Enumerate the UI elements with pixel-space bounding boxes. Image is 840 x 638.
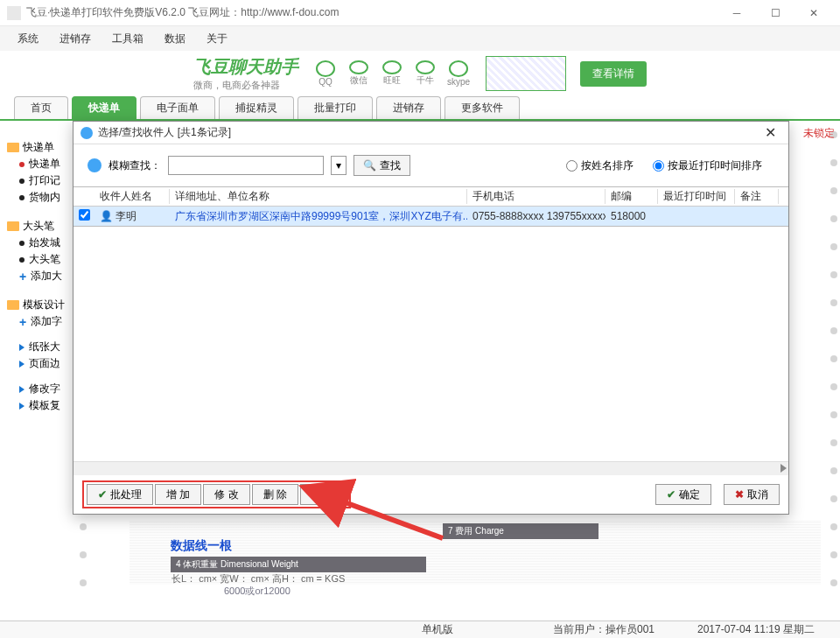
body: 快递单 快递单 打印记 货物内 大头笔 始发城 大头笔 +添加大 模板设计 +添… — [0, 121, 840, 604]
search-button[interactable]: 🔍查找 — [354, 155, 410, 176]
paper-holes-right — [828, 121, 840, 604]
tab-batch[interactable]: 批量打印 — [298, 96, 373, 119]
col-zip[interactable]: 邮编 — [606, 189, 658, 204]
sidebar: 快递单 快递单 打印记 货物内 大头笔 始发城 大头笔 +添加大 模板设计 +添… — [0, 121, 79, 604]
menu-system[interactable]: 系统 — [7, 28, 49, 50]
dialog-search-row: 模糊查找： ▾ 🔍查找 按姓名排序 按最近打印时间排序 — [74, 144, 788, 186]
x-icon: ✖ — [735, 488, 744, 501]
person-icon — [88, 158, 102, 172]
lock-status[interactable]: 未锁定 — [803, 126, 835, 141]
promo-image — [486, 56, 566, 91]
sidebar-item[interactable]: 模板复 — [19, 398, 77, 413]
cell-person-icon: 👤 — [100, 210, 113, 222]
form-dim-header: 4 体积重量 Dimensional Weight — [171, 557, 426, 572]
row-checkbox[interactable] — [79, 209, 90, 221]
check-icon: ✔ — [98, 488, 107, 501]
sidebar-item[interactable]: 修改字 — [19, 382, 77, 396]
skype-icon: skype — [445, 60, 472, 87]
tab-home[interactable]: 首页 — [14, 96, 68, 119]
dropdown-icon[interactable]: ▾ — [331, 156, 346, 175]
grid-header: 收件人姓名 详细地址、单位名称 手机电话 邮编 最近打印时间 备注 — [74, 187, 788, 207]
form-item-desc: 数据线一根 — [171, 538, 232, 554]
recipient-grid: 收件人姓名 详细地址、单位名称 手机电话 邮编 最近打印时间 备注 👤 李明 广… — [74, 186, 788, 227]
check-icon: ✔ — [667, 488, 676, 501]
tab-stock[interactable]: 进销存 — [376, 96, 441, 119]
maximize-button[interactable]: ☐ — [756, 1, 794, 25]
sidebar-folder-express[interactable]: 快递单 — [7, 140, 77, 155]
close-button[interactable]: ✕ — [794, 1, 833, 25]
form-charge-header: 7 费用 Charge — [443, 523, 598, 539]
form-dims2: 6000或or12000 — [224, 585, 290, 598]
sort-by-time-radio[interactable]: 按最近打印时间排序 — [653, 158, 762, 173]
cancel-button[interactable]: ✖取消 — [724, 484, 780, 505]
col-name[interactable]: 收件人姓名 — [94, 189, 170, 204]
sidebar-item[interactable]: +添加大 — [19, 269, 77, 284]
magnifier-icon: 🔍 — [363, 159, 376, 172]
sidebar-item[interactable]: 纸张大 — [19, 340, 77, 354]
minimize-button[interactable]: ─ — [718, 1, 756, 25]
qianniu-icon: 千牛 — [412, 60, 438, 87]
status-user: 当前用户：操作员001 — [536, 622, 672, 637]
menu-tools[interactable]: 工具箱 — [102, 28, 154, 50]
promo-title: 飞豆聊天助手 — [193, 55, 298, 79]
dialog-close-button[interactable]: ✕ — [760, 124, 781, 141]
dialog-titlebar: 选择/查找收件人 [共1条记录] ✕ — [74, 122, 788, 144]
ok-button[interactable]: ✔确定 — [655, 484, 711, 505]
sidebar-item[interactable]: 始发城 — [19, 235, 77, 250]
add-button[interactable]: 增 加 — [155, 484, 201, 505]
menu-data[interactable]: 数据 — [154, 28, 196, 50]
dialog-title: 选择/查找收件人 [共1条记录] — [98, 125, 760, 140]
status-mode: 单机版 — [340, 622, 536, 637]
sidebar-item[interactable]: 货物内 — [19, 190, 77, 205]
dialog-bottom-bar: ✔批处理 增 加 修 改 删 除 复 制 ✔确定 ✖取消 — [74, 475, 788, 514]
batch-button[interactable]: ✔批处理 — [87, 484, 153, 505]
sidebar-item[interactable]: +添加字 — [19, 314, 77, 329]
form-dims: 长L： cm× 宽W： cm× 高H： cm = KGS — [172, 572, 345, 585]
tab-ewaybill[interactable]: 电子面单 — [140, 96, 215, 119]
recipient-dialog: 选择/查找收件人 [共1条记录] ✕ 模糊查找： ▾ 🔍查找 按姓名排序 按最近… — [73, 121, 789, 515]
col-addr[interactable]: 详细地址、单位名称 — [170, 189, 467, 204]
status-datetime: 2017-07-04 11:19 星期二 — [672, 622, 840, 637]
tab-more[interactable]: 更多软件 — [444, 96, 520, 119]
sidebar-folder-bigpen[interactable]: 大头笔 — [7, 219, 77, 234]
statusbar: 单机版 当前用户：操作员001 2017-07-04 11:19 星期二 — [0, 620, 840, 638]
app-icon — [7, 6, 21, 20]
sidebar-item[interactable]: 快递单 — [19, 157, 77, 172]
grid-row[interactable]: 👤 李明 广东省深圳市罗湖区深南中路99999号901室，深圳XYZ电子有...… — [74, 207, 788, 226]
window-title: 飞豆·快递单打印软件免费版V6.2.0 飞豆网址：http://www.f-do… — [26, 5, 718, 20]
sidebar-item[interactable]: 页面边 — [19, 356, 77, 371]
grid-empty-space — [74, 227, 788, 461]
sidebar-item[interactable]: 大头笔 — [19, 252, 77, 267]
copy-button[interactable]: 复 制 — [300, 484, 346, 505]
sidebar-item[interactable]: 打印记 — [19, 173, 77, 188]
wangwang-icon: 旺旺 — [379, 60, 405, 87]
fuzzy-search-label: 模糊查找： — [108, 158, 161, 173]
tab-capture[interactable]: 捕捉精灵 — [219, 96, 294, 119]
col-phone[interactable]: 手机电话 — [467, 189, 606, 204]
qq-icon: QQ — [312, 60, 339, 87]
col-time[interactable]: 最近打印时间 — [658, 189, 735, 204]
menu-stock[interactable]: 进销存 — [49, 28, 102, 50]
horizontal-scrollbar[interactable] — [74, 461, 788, 475]
sidebar-folder-template[interactable]: 模板设计 — [7, 298, 77, 312]
wechat-icon: 微信 — [346, 60, 372, 87]
promo-banner: 飞豆聊天助手 微商，电商必备神器 QQ 微信 旺旺 千牛 skype 查看详情 — [0, 51, 840, 96]
promo-details-button[interactable]: 查看详情 — [580, 61, 647, 87]
sort-by-name-radio[interactable]: 按姓名排序 — [566, 158, 634, 173]
menu-about[interactable]: 关于 — [196, 28, 238, 50]
fuzzy-search-input[interactable] — [168, 156, 324, 175]
promo-subtitle: 微商，电商必备神器 — [193, 79, 298, 92]
menubar: 系统 进销存 工具箱 数据 关于 — [0, 26, 840, 51]
tabbar: 首页 快递单 电子面单 捕捉精灵 批量打印 进销存 更多软件 — [0, 96, 840, 121]
person-icon — [80, 127, 93, 139]
col-note[interactable]: 备注 — [735, 189, 779, 204]
tab-express[interactable]: 快递单 — [72, 96, 136, 119]
batch-button-group: ✔批处理 增 加 修 改 删 除 复 制 — [82, 480, 351, 508]
delete-button[interactable]: 删 除 — [252, 484, 298, 505]
edit-button[interactable]: 修 改 — [203, 484, 249, 505]
titlebar: 飞豆·快递单打印软件免费版V6.2.0 飞豆网址：http://www.f-do… — [0, 0, 840, 26]
